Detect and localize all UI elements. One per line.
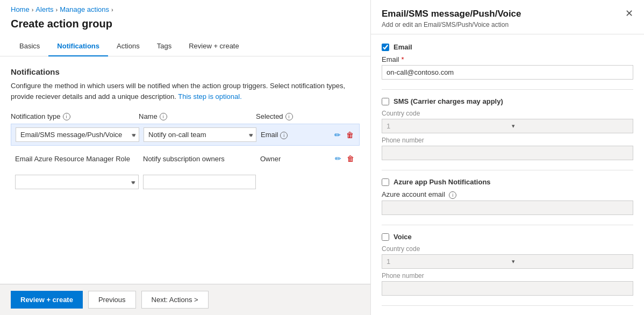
left-content: Notifications Configure the method in wh… xyxy=(0,56,370,284)
col-name-header: Name i xyxy=(139,112,252,120)
table-header: Notification type i Name i Selected i xyxy=(11,112,360,120)
voice-phone-label: Phone number xyxy=(382,272,633,280)
right-panel-title: Email/SMS message/Push/Voice xyxy=(382,9,521,19)
delete-row-2-button[interactable]: 🗑 xyxy=(346,153,355,164)
row-1-actions: Email i ✏ 🗑 xyxy=(261,130,355,140)
notification-type-select-1[interactable]: Email/SMS message/Push/Voice xyxy=(16,127,139,142)
email-section: Email Email * on-call@contoso.com xyxy=(382,43,633,80)
azure-account-email-input[interactable] xyxy=(382,201,633,215)
voice-country-chevron-icon: ▾ xyxy=(507,255,633,268)
notification-name-select-wrapper-1: Notify on-call team ▾ xyxy=(144,127,256,142)
close-button[interactable]: ✕ xyxy=(625,9,633,18)
voice-phone-field: Phone number xyxy=(382,272,633,296)
notifications-desc: Configure the method in which users will… xyxy=(11,81,360,102)
footer: Review + create Previous Next: Actions > xyxy=(0,284,370,315)
divider-2 xyxy=(382,170,633,170)
table-row: Email Azure Resource Manager Role Notify… xyxy=(11,150,360,167)
selected-owner-text: Owner xyxy=(260,155,331,163)
page-title: Create action group xyxy=(0,16,370,37)
sms-country-chevron-icon: ▾ xyxy=(507,120,633,132)
voice-checkbox-row: Voice xyxy=(382,233,633,241)
breadcrumb-home[interactable]: Home xyxy=(11,5,30,13)
required-star: * xyxy=(402,55,404,63)
row-2-actions: Owner ✏ 🗑 xyxy=(260,153,355,164)
sms-checkbox-row: SMS (Carrier charges may apply) xyxy=(382,97,633,105)
right-panel-content: Email Email * on-call@contoso.com SMS (C… xyxy=(371,34,644,315)
right-panel-subtitle: Add or edit an Email/SMS/Push/Voice acti… xyxy=(382,21,521,28)
sms-country-dropdown[interactable]: 1 ▾ xyxy=(382,119,633,133)
right-panel-header: Email/SMS message/Push/Voice Add or edit… xyxy=(371,0,644,34)
azure-account-email-field: Azure account email i xyxy=(382,190,633,215)
sms-checkbox[interactable] xyxy=(382,98,389,105)
voice-country-code-field: Country code 1 ▾ xyxy=(382,245,633,269)
email-field-group: Email * on-call@contoso.com xyxy=(382,55,633,80)
divider-1 xyxy=(382,89,633,90)
row2-type-label: Email Azure Resource Manager Role xyxy=(15,155,139,163)
breadcrumb: Home › Alerts › Manage actions › xyxy=(0,0,370,16)
voice-checkbox[interactable] xyxy=(382,233,389,241)
email-checkbox[interactable] xyxy=(382,44,389,51)
email-selected-info[interactable]: i xyxy=(280,132,288,139)
next-actions-button[interactable]: Next: Actions > xyxy=(141,291,209,309)
azure-push-checkbox-label: Azure app Push Notifications xyxy=(393,178,491,186)
tab-review-create[interactable]: Review + create xyxy=(180,37,248,56)
edit-row-1-button[interactable]: ✏ xyxy=(333,130,342,140)
sms-country-label: Country code xyxy=(382,110,633,117)
divider-4 xyxy=(382,305,633,306)
table-row: Email/SMS message/Push/Voice ▾ Notify on… xyxy=(11,124,360,146)
new-notification-name-input[interactable] xyxy=(143,175,256,189)
azure-email-info-icon[interactable]: i xyxy=(449,191,456,199)
sms-phone-field: Phone number xyxy=(382,137,633,160)
selected-email-text: Email i xyxy=(261,131,330,139)
row2-name-label: Notify subscription owners xyxy=(143,155,256,163)
selected-info-icon[interactable]: i xyxy=(285,113,293,120)
email-checkbox-label: Email xyxy=(393,43,412,51)
review-create-button[interactable]: Review + create xyxy=(11,291,83,309)
voice-checkbox-label: Voice xyxy=(393,233,412,241)
tab-basics[interactable]: Basics xyxy=(11,37,48,56)
email-input[interactable]: on-call@contoso.com xyxy=(382,65,633,80)
voice-country-dropdown[interactable]: 1 ▾ xyxy=(382,254,633,269)
tab-tags[interactable]: Tags xyxy=(148,37,180,56)
optional-link[interactable]: This step is optional. xyxy=(178,92,242,101)
previous-button[interactable]: Previous xyxy=(88,291,136,309)
edit-row-2-button[interactable]: ✏ xyxy=(334,153,342,164)
email-checkbox-row: Email xyxy=(382,43,633,51)
sms-country-code-field: Country code 1 ▾ xyxy=(382,110,633,133)
tab-notifications[interactable]: Notifications xyxy=(48,37,108,56)
new-row-inputs: ▾ xyxy=(11,171,360,192)
tab-actions[interactable]: Actions xyxy=(108,37,148,56)
sms-phone-input[interactable] xyxy=(382,146,633,160)
tabs-container: Basics Notifications Actions Tags Review… xyxy=(0,37,370,56)
azure-push-checkbox-row: Azure app Push Notifications xyxy=(382,178,633,186)
sms-section: SMS (Carrier charges may apply) Country … xyxy=(382,97,633,160)
delete-row-1-button[interactable]: 🗑 xyxy=(345,130,355,140)
right-panel: Email/SMS message/Push/Voice Add or edit… xyxy=(371,0,644,315)
azure-push-checkbox[interactable] xyxy=(382,178,389,186)
new-notification-type-select[interactable] xyxy=(15,175,139,189)
notification-type-select-wrapper: Email/SMS message/Push/Voice ▾ xyxy=(16,127,139,142)
voice-country-value: 1 xyxy=(382,255,507,268)
sms-phone-label: Phone number xyxy=(382,137,633,144)
left-panel: Home › Alerts › Manage actions › Create … xyxy=(0,0,371,315)
notifications-title: Notifications xyxy=(11,67,360,76)
azure-push-section: Azure app Push Notifications Azure accou… xyxy=(382,178,633,215)
azure-account-email-label: Azure account email i xyxy=(382,190,633,199)
col-selected-header: Selected i xyxy=(256,112,360,120)
email-input-label: Email * xyxy=(382,55,633,63)
sms-checkbox-label: SMS (Carrier charges may apply) xyxy=(393,97,503,105)
sms-country-value: 1 xyxy=(382,119,507,133)
new-type-select-wrapper: ▾ xyxy=(15,175,139,189)
divider-3 xyxy=(382,225,633,225)
voice-section: Voice Country code 1 ▾ Phone number xyxy=(382,233,633,296)
notification-name-select-1[interactable]: Notify on-call team xyxy=(144,127,256,142)
breadcrumb-alerts[interactable]: Alerts xyxy=(35,5,53,13)
name-info-icon[interactable]: i xyxy=(160,113,167,120)
right-panel-titles: Email/SMS message/Push/Voice Add or edit… xyxy=(382,9,521,28)
breadcrumb-manage-actions[interactable]: Manage actions xyxy=(60,5,109,13)
type-info-icon[interactable]: i xyxy=(63,113,70,120)
col-type-header: Notification type i xyxy=(11,112,134,120)
voice-phone-input[interactable] xyxy=(382,281,633,296)
voice-country-label: Country code xyxy=(382,245,633,253)
